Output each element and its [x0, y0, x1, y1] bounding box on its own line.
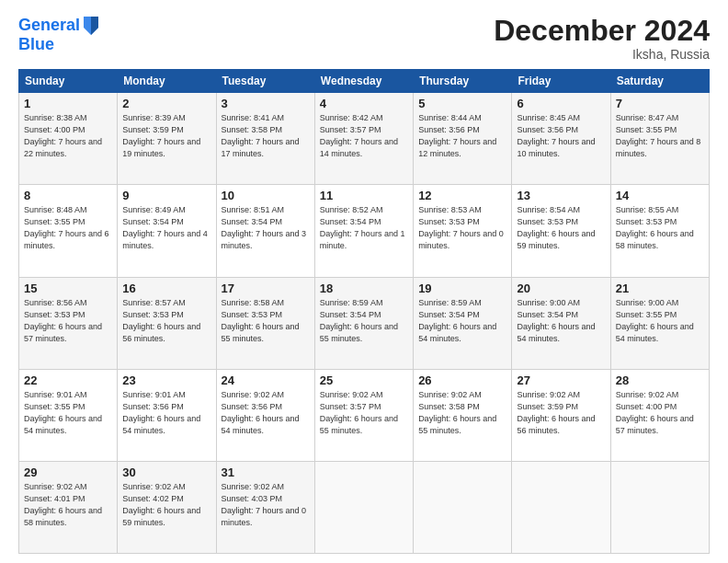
day-cell: 14Sunrise: 8:55 AMSunset: 3:53 PMDayligh… [610, 185, 709, 277]
day-cell: 8Sunrise: 8:48 AMSunset: 3:55 PMDaylight… [19, 185, 118, 277]
day-cell: 19Sunrise: 8:59 AMSunset: 3:54 PMDayligh… [414, 277, 512, 369]
day-cell: 16Sunrise: 8:57 AMSunset: 3:53 PMDayligh… [118, 277, 216, 369]
week-row-5: 29Sunrise: 9:02 AMSunset: 4:01 PMDayligh… [19, 461, 710, 553]
day-info: Sunrise: 8:57 AMSunset: 3:53 PMDaylight:… [122, 297, 210, 345]
day-cell: 2Sunrise: 8:39 AMSunset: 3:59 PMDaylight… [118, 93, 216, 185]
day-number: 11 [320, 189, 408, 202]
day-info: Sunrise: 8:49 AMSunset: 3:54 PMDaylight:… [122, 204, 210, 252]
day-cell: 6Sunrise: 8:45 AMSunset: 3:56 PMDaylight… [512, 93, 610, 185]
day-info: Sunrise: 8:58 AMSunset: 3:53 PMDaylight:… [222, 297, 310, 345]
day-number: 8 [24, 189, 112, 202]
day-info: Sunrise: 9:01 AMSunset: 3:56 PMDaylight:… [122, 389, 210, 437]
calendar-body: 1Sunrise: 8:38 AMSunset: 4:00 PMDaylight… [19, 93, 710, 554]
day-cell: 15Sunrise: 8:56 AMSunset: 3:53 PMDayligh… [19, 277, 118, 369]
day-cell: 1Sunrise: 8:38 AMSunset: 4:00 PMDaylight… [19, 93, 118, 185]
calendar-table: SundayMondayTuesdayWednesdayThursdayFrid… [18, 69, 710, 554]
day-cell: 7Sunrise: 8:47 AMSunset: 3:55 PMDaylight… [610, 93, 709, 185]
day-cell: 11Sunrise: 8:52 AMSunset: 3:54 PMDayligh… [314, 185, 413, 277]
day-number: 10 [222, 189, 310, 202]
day-cell: 23Sunrise: 9:01 AMSunset: 3:56 PMDayligh… [118, 369, 216, 461]
day-info: Sunrise: 8:56 AMSunset: 3:53 PMDaylight:… [24, 297, 112, 345]
weekday-sunday: Sunday [19, 70, 118, 93]
day-info: Sunrise: 8:59 AMSunset: 3:54 PMDaylight:… [418, 297, 506, 345]
day-cell: 28Sunrise: 9:02 AMSunset: 4:00 PMDayligh… [610, 369, 709, 461]
day-info: Sunrise: 8:47 AMSunset: 3:55 PMDaylight:… [616, 112, 704, 160]
day-cell: 24Sunrise: 9:02 AMSunset: 3:56 PMDayligh… [216, 369, 314, 461]
day-info: Sunrise: 9:01 AMSunset: 3:55 PMDaylight:… [24, 389, 112, 437]
week-row-2: 8Sunrise: 8:48 AMSunset: 3:55 PMDaylight… [19, 185, 710, 277]
day-number: 27 [517, 373, 605, 387]
day-number: 24 [222, 373, 310, 387]
day-number: 3 [222, 97, 310, 110]
day-info: Sunrise: 9:00 AMSunset: 3:55 PMDaylight:… [616, 297, 704, 345]
day-info: Sunrise: 9:02 AMSunset: 4:02 PMDaylight:… [122, 481, 210, 529]
day-info: Sunrise: 9:02 AMSunset: 4:00 PMDaylight:… [616, 389, 704, 437]
day-info: Sunrise: 8:38 AMSunset: 4:00 PMDaylight:… [24, 112, 112, 160]
day-number: 20 [517, 282, 605, 295]
day-info: Sunrise: 9:02 AMSunset: 3:59 PMDaylight:… [517, 389, 605, 437]
day-number: 26 [418, 373, 506, 387]
day-cell: 20Sunrise: 9:00 AMSunset: 3:54 PMDayligh… [512, 277, 610, 369]
day-info: Sunrise: 9:02 AMSunset: 4:03 PMDaylight:… [222, 481, 310, 529]
day-number: 19 [418, 282, 506, 295]
weekday-header-row: SundayMondayTuesdayWednesdayThursdayFrid… [19, 70, 710, 93]
day-info: Sunrise: 8:54 AMSunset: 3:53 PMDaylight:… [517, 204, 605, 252]
day-info: Sunrise: 8:59 AMSunset: 3:54 PMDaylight:… [320, 297, 408, 345]
day-cell: 31Sunrise: 9:02 AMSunset: 4:03 PMDayligh… [216, 461, 314, 553]
weekday-tuesday: Tuesday [216, 70, 314, 93]
day-cell: 3Sunrise: 8:41 AMSunset: 3:58 PMDaylight… [216, 93, 314, 185]
day-cell: 25Sunrise: 9:02 AMSunset: 3:57 PMDayligh… [314, 369, 413, 461]
week-row-1: 1Sunrise: 8:38 AMSunset: 4:00 PMDaylight… [19, 93, 710, 185]
logo-blue: Blue [18, 35, 100, 54]
day-number: 12 [418, 189, 506, 202]
day-info: Sunrise: 8:42 AMSunset: 3:57 PMDaylight:… [320, 112, 408, 160]
day-cell: 30Sunrise: 9:02 AMSunset: 4:02 PMDayligh… [118, 461, 216, 553]
day-cell: 27Sunrise: 9:02 AMSunset: 3:59 PMDayligh… [512, 369, 610, 461]
main-title: December 2024 [494, 15, 710, 47]
weekday-monday: Monday [118, 70, 216, 93]
title-block: December 2024 Iksha, Russia [494, 15, 710, 62]
weekday-thursday: Thursday [414, 70, 512, 93]
day-cell: 18Sunrise: 8:59 AMSunset: 3:54 PMDayligh… [314, 277, 413, 369]
svg-marker-1 [91, 17, 98, 35]
day-number: 13 [517, 189, 605, 202]
day-number: 30 [122, 465, 210, 479]
subtitle: Iksha, Russia [494, 47, 710, 62]
day-cell: 12Sunrise: 8:53 AMSunset: 3:53 PMDayligh… [414, 185, 512, 277]
day-number: 17 [222, 282, 310, 295]
day-info: Sunrise: 9:00 AMSunset: 3:54 PMDaylight:… [517, 297, 605, 345]
day-cell [512, 461, 610, 553]
day-number: 16 [122, 282, 210, 295]
day-cell [610, 461, 709, 553]
day-info: Sunrise: 8:41 AMSunset: 3:58 PMDaylight:… [222, 112, 310, 160]
weekday-wednesday: Wednesday [314, 70, 413, 93]
day-info: Sunrise: 8:48 AMSunset: 3:55 PMDaylight:… [24, 204, 112, 252]
day-cell [314, 461, 413, 553]
day-cell: 29Sunrise: 9:02 AMSunset: 4:01 PMDayligh… [19, 461, 118, 553]
day-number: 28 [616, 373, 704, 387]
day-info: Sunrise: 8:52 AMSunset: 3:54 PMDaylight:… [320, 204, 408, 252]
day-cell: 17Sunrise: 8:58 AMSunset: 3:53 PMDayligh… [216, 277, 314, 369]
day-number: 7 [616, 97, 704, 110]
week-row-4: 22Sunrise: 9:01 AMSunset: 3:55 PMDayligh… [19, 369, 710, 461]
logo-text: General [18, 17, 80, 35]
day-number: 23 [122, 373, 210, 387]
day-number: 14 [616, 189, 704, 202]
day-info: Sunrise: 8:45 AMSunset: 3:56 PMDaylight:… [517, 112, 605, 160]
day-number: 21 [616, 282, 704, 295]
day-cell: 4Sunrise: 8:42 AMSunset: 3:57 PMDaylight… [314, 93, 413, 185]
weekday-saturday: Saturday [610, 70, 709, 93]
day-number: 22 [24, 373, 112, 387]
day-number: 2 [122, 97, 210, 110]
day-number: 25 [320, 373, 408, 387]
logo-icon [82, 15, 100, 37]
logo: General Blue [18, 15, 100, 54]
day-cell: 9Sunrise: 8:49 AMSunset: 3:54 PMDaylight… [118, 185, 216, 277]
week-row-3: 15Sunrise: 8:56 AMSunset: 3:53 PMDayligh… [19, 277, 710, 369]
day-info: Sunrise: 9:02 AMSunset: 4:01 PMDaylight:… [24, 481, 112, 529]
day-number: 29 [24, 465, 112, 479]
day-info: Sunrise: 9:02 AMSunset: 3:57 PMDaylight:… [320, 389, 408, 437]
day-info: Sunrise: 8:53 AMSunset: 3:53 PMDaylight:… [418, 204, 506, 252]
weekday-friday: Friday [512, 70, 610, 93]
day-cell [414, 461, 512, 553]
